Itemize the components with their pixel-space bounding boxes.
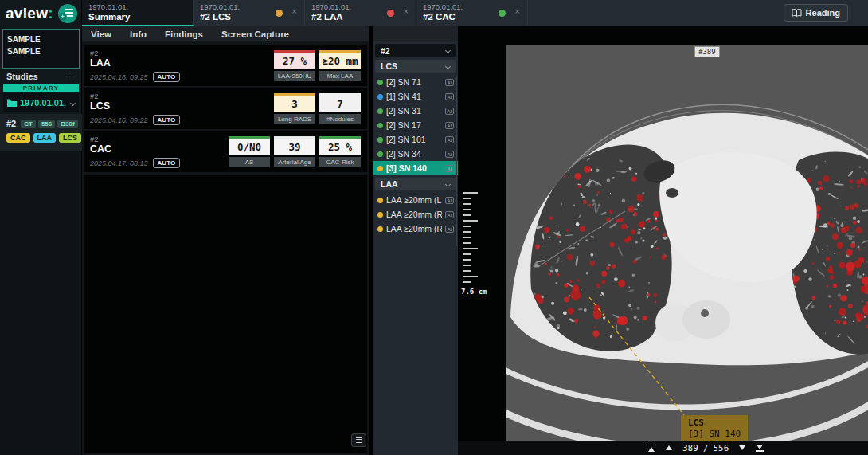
tab-date: 1970.01.01.	[423, 2, 521, 11]
chevron-down-icon[interactable]	[70, 100, 76, 105]
kernel-badge: B30f	[57, 120, 77, 128]
ai-badge: AI	[445, 93, 454, 100]
category-dot	[377, 123, 383, 128]
total-slices: 556	[714, 443, 729, 453]
module-row: CAC LAA LCS	[0, 128, 82, 143]
ct-image[interactable]	[506, 42, 868, 441]
patient-name: SAMPLE	[7, 33, 75, 45]
summary-empty-area	[84, 175, 367, 453]
close-icon[interactable]: ×	[292, 6, 297, 16]
auto-badge: AUTO	[153, 158, 181, 168]
summary-card-lcs[interactable]: #2 LCS 2025.04.16. 09:22 AUTO 3 Lung RAD…	[84, 88, 367, 129]
finding-item[interactable]: LAA ≥20mm (R... AI	[373, 207, 458, 222]
reading-button[interactable]: Reading	[784, 4, 848, 22]
series-select-value: #2	[381, 46, 390, 56]
close-icon[interactable]: ×	[515, 6, 520, 16]
finding-item-selected[interactable]: [3] SN 140 AI	[373, 161, 458, 175]
studies-header: Studies ···	[0, 70, 82, 82]
finding-item[interactable]: [2] SN 31 AI	[373, 104, 458, 118]
slice-counter: 389 / 556	[682, 443, 729, 453]
card-date: 2025.04.16. 09:25	[90, 73, 148, 81]
module-badge-lcs[interactable]: LCS	[59, 133, 81, 143]
ai-badge: AI	[445, 151, 454, 158]
ai-badge: AI	[445, 165, 454, 172]
finding-item[interactable]: [2] SN 71 AI	[373, 75, 458, 89]
tab-date: 1970.01.01.	[311, 2, 409, 11]
metric-laa950: 27 % LAA-950HU	[274, 50, 315, 81]
card-title: CAC	[90, 143, 111, 155]
tab-label: #2 LCS	[200, 12, 298, 22]
modality-badge: CT	[21, 120, 36, 128]
last-slice-button[interactable]	[756, 445, 764, 452]
slice-number-tag: #389	[694, 46, 720, 57]
tab-summary[interactable]: 1970.01.01. Summary	[82, 0, 194, 26]
finding-item[interactable]: [2] SN 17 AI	[373, 118, 458, 132]
metric-label: #Nodules	[319, 114, 361, 124]
finding-label: [3] SN 140	[386, 163, 427, 173]
finding-label: LAA ≥20mm (R...	[386, 210, 442, 219]
category-dot	[377, 151, 383, 157]
logo-colon: :	[48, 5, 53, 22]
finding-label: LAA ≥20mm (R...	[386, 224, 442, 233]
menu-view[interactable]: View	[91, 29, 111, 39]
logo-text: aview	[6, 5, 48, 22]
group-select-value: LCS	[381, 61, 397, 71]
tab-label: #2 LAA	[311, 12, 409, 22]
chevron-down-icon	[445, 63, 451, 69]
logo-list-icon: +	[58, 4, 77, 23]
ct-viewer[interactable]: #389 7.6 cm LCS [3] SN 140 389 / 556	[458, 26, 868, 455]
list-view-toggle-button[interactable]: ≣	[351, 433, 366, 447]
ai-badge: AI	[445, 122, 454, 129]
menu-screen-capture[interactable]: Screen Capture	[221, 29, 289, 39]
chevron-down-icon	[445, 181, 451, 186]
metric-agatston: 0/N0 AS	[229, 136, 270, 167]
tab-laa[interactable]: 1970.01.01. #2 LAA ×	[305, 0, 416, 26]
previous-slice-button[interactable]	[666, 445, 672, 450]
app-logo: aview: +	[0, 0, 81, 26]
metric-label: AS	[229, 157, 270, 167]
close-icon[interactable]: ×	[404, 6, 409, 16]
series-select[interactable]: #2	[375, 44, 456, 57]
finding-item[interactable]: LAA ≥20mm (R... AI	[373, 222, 458, 236]
status-dot	[276, 10, 283, 17]
finding-item[interactable]: [1] SN 41 AI	[373, 89, 458, 104]
metric-value: ≥20 mm	[319, 50, 361, 69]
metric-arterial-age: 39 Arterial Age	[274, 136, 315, 167]
scale-ruler	[463, 192, 495, 287]
summary-card-laa[interactable]: #2 LAA 2025.04.16. 09:25 AUTO 27 % LAA-9…	[84, 45, 367, 86]
category-dot	[377, 108, 383, 114]
card-series: #2	[90, 49, 99, 57]
finding-item[interactable]: [2] SN 34 AI	[373, 147, 458, 161]
finding-item[interactable]: LAA ≥20mm (L... AI	[373, 193, 458, 207]
first-slice-button[interactable]	[647, 445, 655, 452]
tab-bar: 1970.01.01. Summary 1970.01.01. #2 LCS ×…	[82, 0, 868, 26]
reading-label: Reading	[806, 8, 840, 18]
card-series: #2	[90, 92, 99, 100]
annotation-module: LCS	[688, 418, 741, 428]
summary-card-cac[interactable]: #2 CAC 2025.04.17. 08:13 AUTO 0/N0 AS 39…	[84, 131, 367, 172]
category-dot	[377, 212, 383, 218]
group-select-laa[interactable]: LAA	[375, 178, 456, 190]
module-badge-cac[interactable]: CAC	[6, 133, 30, 143]
more-menu-icon[interactable]: ···	[65, 72, 76, 80]
next-slice-button[interactable]	[739, 445, 745, 450]
group-select-lcs[interactable]: LCS	[375, 60, 456, 73]
tab-cac[interactable]: 1970.01.01. #2 CAC ×	[416, 0, 528, 26]
module-badge-laa[interactable]: LAA	[33, 133, 57, 143]
study-row[interactable]: 1970.01.01.	[3, 93, 79, 112]
finding-item[interactable]: [2] SN 101 AI	[373, 132, 458, 147]
finding-annotation-label[interactable]: LCS [3] SN 140	[681, 415, 748, 442]
menu-findings[interactable]: Findings	[165, 29, 203, 39]
tab-lcs[interactable]: 1970.01.01. #2 LCS ×	[194, 0, 305, 26]
metric-value: 25 %	[319, 136, 361, 155]
scrollbar[interactable]	[456, 75, 457, 246]
patient-id: SAMPLE	[7, 45, 75, 57]
card-series: #2	[90, 135, 99, 143]
sidebar-lower	[0, 151, 81, 455]
menu-info[interactable]: Info	[130, 29, 147, 39]
category-dot	[377, 226, 383, 232]
status-dot	[499, 10, 506, 17]
ruler-scale-label: 7.6 cm	[461, 288, 487, 296]
card-title: LAA	[90, 57, 111, 69]
app-root: 1970.01.01. Summary 1970.01.01. #2 LCS ×…	[0, 0, 868, 455]
